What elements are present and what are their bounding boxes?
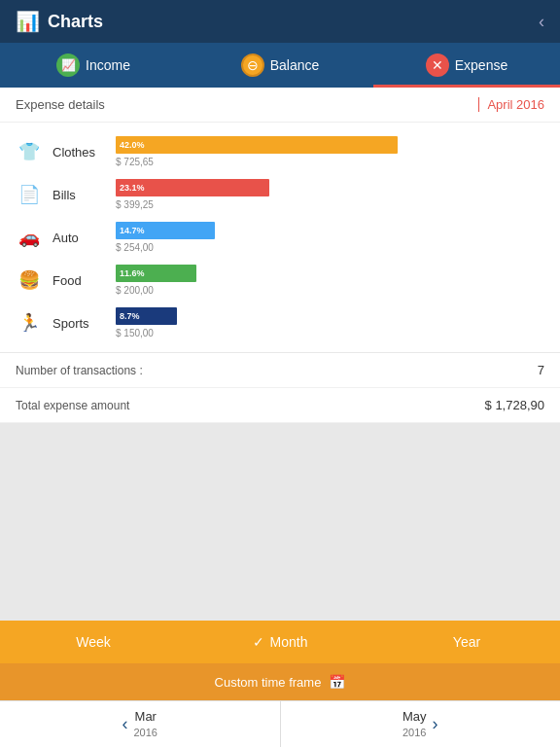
- bar-sports: 8.7%: [116, 307, 177, 325]
- cat-icon-bills: 📄: [16, 181, 43, 208]
- chart-row-bills: 📄 Bills 23.1% $ 399,25: [0, 173, 560, 216]
- bar-amount-bills: $ 399,25: [116, 199, 544, 210]
- nav-bar: ‹ Mar 2016 May 2016 ›: [0, 700, 560, 747]
- income-tab-label: Income: [86, 57, 130, 73]
- month-button[interactable]: ✓ Month: [187, 634, 373, 650]
- chart-row-food: 🍔 Food 11.6% $ 200,00: [0, 259, 560, 302]
- bar-amount-sports: $ 150,00: [116, 328, 544, 338]
- header-left: 📊 Charts: [16, 10, 103, 33]
- prev-nav[interactable]: ‹ Mar 2016: [0, 701, 281, 747]
- bottom-section: Week ✓ Month Year Custom time frame 📅 ‹ …: [0, 621, 560, 747]
- week-label: Week: [76, 634, 111, 650]
- prev-date: Mar 2016: [134, 709, 158, 739]
- prev-arrow-icon: ‹: [122, 714, 128, 734]
- bar-container-food: 11.6% $ 200,00: [116, 265, 544, 296]
- bar-container-sports: 8.7% $ 150,00: [116, 307, 544, 338]
- stats-section: Number of transactions : 7 Total expense…: [0, 353, 560, 423]
- month-label: Month: [270, 634, 308, 650]
- cat-icon-auto: 🚗: [16, 224, 43, 251]
- balance-tab-icon: ⊖: [241, 53, 264, 77]
- next-month: May: [402, 709, 427, 726]
- prev-month: Mar: [135, 709, 157, 726]
- year-label: Year: [453, 634, 480, 650]
- cat-name-auto: Auto: [52, 231, 106, 245]
- total-value: $ 1,728,90: [485, 398, 544, 412]
- expense-details-label: Expense details: [16, 97, 105, 112]
- bar-pct-auto: 14.7%: [120, 226, 145, 235]
- total-row: Total expense amount $ 1,728,90: [0, 388, 560, 423]
- cat-name-food: Food: [52, 273, 106, 288]
- expense-details-date: April 2016: [478, 97, 544, 112]
- next-arrow-icon: ›: [433, 714, 438, 734]
- cat-icon-food: 🍔: [16, 267, 43, 294]
- app-title: Charts: [48, 12, 103, 32]
- bar-pct-food: 11.6%: [120, 268, 145, 278]
- custom-timeframe-label: Custom time frame: [215, 675, 322, 690]
- custom-timeframe-bar[interactable]: Custom time frame 📅: [0, 663, 560, 700]
- expense-tab-label: Expense: [455, 57, 508, 73]
- bar-amount-food: $ 200,00: [116, 285, 544, 296]
- bar-pct-bills: 23.1%: [120, 183, 145, 193]
- cat-name-bills: Bills: [52, 188, 106, 202]
- cat-icon-sports: 🏃: [16, 309, 43, 337]
- bar-clothes: 42.0%: [116, 136, 398, 154]
- bar-container-auto: 14.7% $ 254,00: [116, 222, 544, 253]
- bar-pct-sports: 8.7%: [120, 311, 140, 321]
- bar-amount-clothes: $ 725,65: [116, 157, 544, 167]
- timeframe-bar: Week ✓ Month Year: [0, 621, 560, 663]
- calendar-icon: 📅: [329, 674, 345, 690]
- prev-year: 2016: [134, 726, 158, 739]
- transactions-label: Number of transactions :: [16, 364, 143, 377]
- back-button[interactable]: ‹: [539, 12, 544, 32]
- bar-container-bills: 23.1% $ 399,25: [116, 179, 544, 210]
- bar-container-clothes: 42.0% $ 725,65: [116, 136, 544, 167]
- next-nav[interactable]: May 2016 ›: [281, 701, 561, 747]
- bar-food: 11.6%: [116, 265, 196, 282]
- chart-row-clothes: 👕 Clothes 42.0% $ 725,65: [0, 130, 560, 173]
- transactions-value: 7: [538, 363, 544, 377]
- next-year: 2016: [402, 726, 426, 739]
- total-label: Total expense amount: [16, 399, 129, 412]
- year-button[interactable]: Year: [373, 634, 560, 650]
- tab-balance[interactable]: ⊖ Balance: [187, 43, 373, 88]
- tab-bar: 📈 Income ⊖ Balance ✕ Expense: [0, 43, 560, 88]
- chart-row-sports: 🏃 Sports 8.7% $ 150,00: [0, 302, 560, 344]
- next-date: May 2016: [402, 709, 427, 739]
- balance-tab-label: Balance: [270, 57, 320, 73]
- cat-name-sports: Sports: [52, 316, 106, 331]
- expense-details-header: Expense details April 2016: [0, 88, 560, 123]
- app-header: 📊 Charts ‹: [0, 0, 560, 43]
- check-icon: ✓: [253, 634, 264, 650]
- bar-bills: 23.1%: [116, 179, 269, 196]
- chart-row-auto: 🚗 Auto 14.7% $ 254,00: [0, 216, 560, 259]
- chart-area: 👕 Clothes 42.0% $ 725,65 📄 Bills 23.1%: [0, 123, 560, 352]
- expense-tab-icon: ✕: [426, 53, 449, 77]
- tab-income[interactable]: 📈 Income: [0, 43, 187, 88]
- bar-pct-clothes: 42.0%: [120, 140, 145, 150]
- week-button[interactable]: Week: [0, 634, 187, 650]
- chart-icon: 📊: [16, 10, 40, 33]
- transactions-row: Number of transactions : 7: [0, 353, 560, 388]
- cat-name-clothes: Clothes: [52, 145, 106, 160]
- bar-auto: 14.7%: [116, 222, 215, 239]
- bar-amount-auto: $ 254,00: [116, 242, 544, 253]
- cat-icon-clothes: 👕: [16, 138, 43, 165]
- income-tab-icon: 📈: [56, 53, 80, 77]
- tab-expense[interactable]: ✕ Expense: [373, 43, 560, 88]
